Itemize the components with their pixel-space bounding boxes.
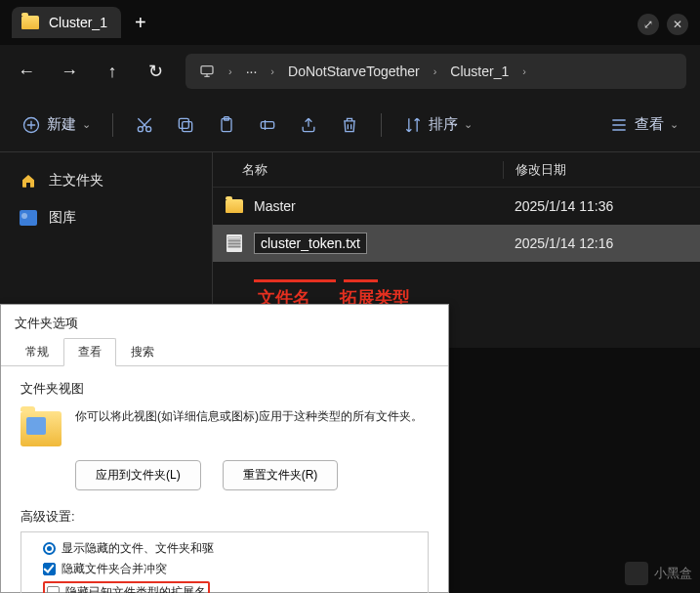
chevron-right-icon: › [228, 65, 232, 77]
folderview-text: 你可以将此视图(如详细信息或图标)应用于这种类型的所有文件夹。 [75, 407, 429, 426]
advanced-title: 高级设置: [21, 508, 429, 526]
active-tab[interactable]: Cluster_1 [12, 7, 121, 38]
folderview-title: 文件夹视图 [21, 380, 429, 398]
address-bar: ← → ↑ ↻ › ··· › DoNotStarveTogether › Cl… [0, 45, 700, 98]
svg-rect-5 [179, 118, 188, 128]
watermark: 小黑盒 [625, 562, 692, 585]
breadcrumb-seg[interactable]: DoNotStarveTogether [288, 64, 420, 79]
annotation-highlight-box: 隐藏已知文件类型的扩展名 [43, 581, 210, 593]
breadcrumb[interactable]: › ··· › DoNotStarveTogether › Cluster_1 … [185, 54, 686, 89]
sort-button[interactable]: 排序 ⌄ [403, 115, 473, 135]
svg-rect-0 [201, 66, 213, 74]
opt-hide-extensions[interactable]: 隐藏已知文件类型的扩展名 [29, 579, 420, 593]
view-button[interactable]: 查看 ⌄ [609, 115, 679, 135]
close-header-icon[interactable]: ✕ [667, 14, 688, 35]
column-name[interactable]: 名称 [225, 161, 503, 179]
back-button[interactable]: ← [14, 62, 39, 82]
tab-view[interactable]: 查看 [63, 338, 116, 366]
unknown-header-icon[interactable]: ⤢ [638, 14, 659, 35]
folderview-icon [21, 411, 62, 446]
sidebar-pictures[interactable]: 图库 [8, 201, 204, 234]
watermark-icon [625, 562, 648, 585]
file-date: 2025/1/14 11:36 [503, 198, 688, 214]
paste-button[interactable] [217, 115, 236, 135]
text-file-icon [226, 234, 242, 252]
share-button[interactable] [299, 115, 318, 135]
folder-options-dialog: 文件夹选项 常规 查看 搜索 文件夹视图 你可以将此视图(如详细信息或图标)应用… [0, 304, 449, 593]
chevron-right-icon: › [270, 65, 274, 77]
svg-rect-4 [183, 121, 192, 131]
file-row-folder[interactable]: Master 2025/1/14 11:36 [213, 188, 700, 225]
cut-button[interactable] [135, 115, 154, 135]
breadcrumb-dots: ··· [246, 64, 258, 79]
monitor-icon [199, 64, 215, 79]
columns-header: 名称 修改日期 [213, 152, 700, 188]
svg-rect-8 [261, 121, 273, 128]
forward-button[interactable]: → [57, 62, 82, 82]
copy-button[interactable] [176, 115, 195, 135]
dialog-tabs: 常规 查看 搜索 [1, 338, 448, 366]
tab-search[interactable]: 搜索 [116, 338, 169, 365]
column-date[interactable]: 修改日期 [503, 161, 688, 179]
chevron-right-icon: › [522, 65, 526, 77]
rename-button[interactable] [258, 115, 277, 135]
filename-editing[interactable]: cluster_token.txt [254, 233, 367, 254]
home-icon [20, 173, 37, 189]
toolbar: 新建 ⌄ 排序 ⌄ 查看 ⌄ [0, 98, 700, 152]
sidebar-home[interactable]: 主文件夹 [8, 164, 204, 197]
annotation-underline [344, 279, 378, 282]
separator [381, 113, 382, 137]
refresh-button[interactable]: ↻ [143, 61, 168, 82]
file-date: 2025/1/14 12:16 [503, 235, 688, 251]
up-button[interactable]: ↑ [100, 62, 125, 82]
opt-show-hidden[interactable]: 显示隐藏的文件、文件夹和驱 [29, 538, 420, 559]
new-tab-button[interactable]: + [135, 12, 146, 34]
picture-icon [20, 210, 37, 226]
chevron-down-icon: ⌄ [82, 118, 91, 131]
tab-general[interactable]: 常规 [11, 338, 63, 365]
file-name: Master [254, 198, 503, 214]
checkbox-icon[interactable] [43, 563, 56, 575]
tab-title: Cluster_1 [49, 15, 107, 30]
window-tabs: Cluster_1 + [0, 0, 700, 45]
reset-folders-button[interactable]: 重置文件夹(R) [223, 460, 339, 490]
chevron-down-icon: ⌄ [464, 118, 473, 131]
file-row-selected[interactable]: cluster_token.txt 2025/1/14 12:16 [213, 225, 700, 262]
breadcrumb-seg[interactable]: Cluster_1 [450, 64, 509, 79]
folder-icon [21, 16, 39, 29]
checkbox-icon[interactable] [47, 586, 60, 593]
folder-icon [226, 199, 243, 213]
chevron-down-icon: ⌄ [670, 118, 679, 131]
delete-button[interactable] [340, 115, 359, 135]
annotation-underline [254, 279, 336, 282]
radio-icon[interactable] [43, 542, 56, 555]
separator [112, 113, 113, 137]
dialog-title: 文件夹选项 [1, 305, 448, 338]
new-button[interactable]: 新建 ⌄ [21, 115, 91, 135]
opt-merge-conflict[interactable]: 隐藏文件夹合并冲突 [29, 559, 420, 579]
apply-to-folders-button[interactable]: 应用到文件夹(L) [75, 460, 201, 490]
chevron-right-icon: › [433, 65, 437, 77]
advanced-list: 显示隐藏的文件、文件夹和驱 隐藏文件夹合并冲突 隐藏已知文件类型的扩展名 用彩色… [21, 531, 429, 593]
